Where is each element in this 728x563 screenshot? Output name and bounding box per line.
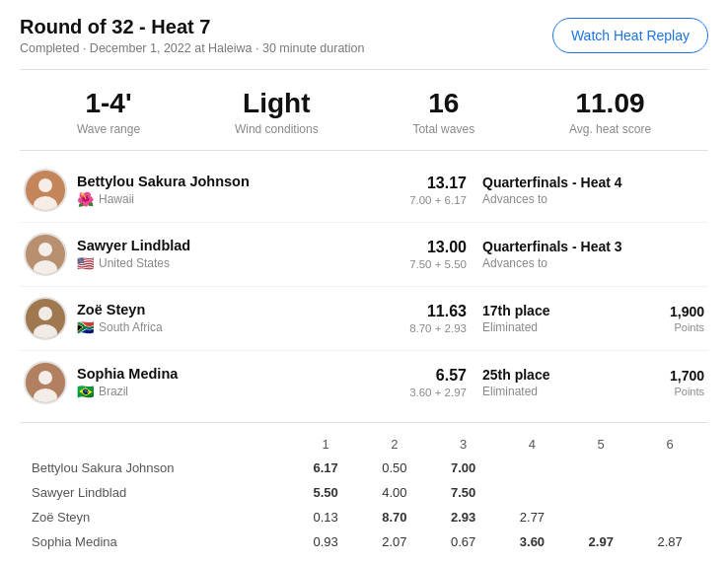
athlete-info: Zoë Steyn 🇿🇦 South Africa [77,302,388,335]
athlete-country: 🌺 Hawaii [77,191,388,207]
wave-score-cell: 2.93 [429,505,498,529]
page-title: Round of 32 - Heat 7 [20,16,365,38]
wave-athlete-name: Bettylou Sakura Johnson [24,456,291,480]
wave-score-cell: 0.50 [360,456,429,480]
points-value: 1,900 [650,304,704,319]
avatar [24,233,67,276]
athlete-result-block: 17th place Eliminated [482,303,650,334]
result-sub: Advances to [482,256,650,270]
wave-score-cell: 2.97 [566,529,635,554]
total-score: 13.17 [388,175,467,192]
wave-table-header: 123456 [24,433,704,456]
avatar [24,169,67,212]
stat-label: Total waves [412,122,474,136]
wave-score-cell [635,456,704,480]
header-subtitle: Completed · December 1, 2022 at Haleiwa … [20,41,365,55]
stat-value: 11.09 [569,88,651,119]
athlete-country: 🇿🇦 South Africa [77,319,388,335]
wave-scores-summary: 8.70 + 2.93 [388,322,467,334]
wave-score-cell [566,456,635,480]
wave-table-row: Bettylou Sakura Johnson6.170.507.00 [24,456,704,480]
athlete-name: Sophia Medina [77,366,388,382]
wave-score-cell: 8.70 [360,505,429,529]
athletes-section: Bettylou Sakura Johnson 🌺 Hawaii 13.17 7… [20,151,708,423]
athlete-row: Sawyer Lindblad 🇺🇸 United States 13.00 7… [20,223,708,287]
flag-icon: 🌺 [77,191,94,207]
points-label: Points [650,321,704,333]
wave-score-cell: 5.50 [291,480,360,505]
stat-label: Wave range [77,122,140,136]
wave-score-cell [635,505,704,529]
wave-score-cell [498,456,567,480]
wave-table-body: Bettylou Sakura Johnson6.170.507.00Sawye… [24,456,704,554]
wave-score-cell: 6.17 [291,456,360,480]
svg-point-1 [38,178,52,192]
wave-table-section: 123456 Bettylou Sakura Johnson6.170.507.… [20,423,708,558]
result-title: Quarterfinals - Heat 3 [482,239,650,254]
stat-label: Avg. heat score [569,122,651,136]
points-block: 1,900 Points [650,304,704,333]
wave-column-header [24,433,291,456]
athlete-name: Bettylou Sakura Johnson [77,174,388,189]
wave-column-header: 5 [566,433,635,456]
wave-score-cell: 7.00 [429,456,498,480]
wave-table-row: Sophia Medina0.932.070.673.602.972.87 [24,529,704,554]
country-name: South Africa [99,320,163,334]
watch-replay-button[interactable]: Watch Heat Replay [552,18,708,53]
athlete-result-block: 25th place Eliminated [482,367,650,398]
stat-label: Wind conditions [235,122,319,136]
flag-icon: 🇿🇦 [77,319,94,335]
points-block: 1,700 Points [650,368,704,397]
wave-athlete-name: Zoë Steyn [24,505,291,529]
athlete-result-block: Quarterfinals - Heat 4 Advances to [482,175,650,206]
wave-score-cell: 0.93 [291,529,360,554]
wave-table-row: Sawyer Lindblad5.504.007.50 [24,480,704,505]
athlete-row: Bettylou Sakura Johnson 🌺 Hawaii 13.17 7… [20,159,708,223]
athlete-name: Sawyer Lindblad [77,238,388,253]
wave-score-cell [635,480,704,505]
wave-score-cell: 2.77 [498,505,567,529]
stat-item: 16 Total waves [412,88,474,136]
wave-scores-summary: 7.00 + 6.17 [388,194,467,206]
svg-point-4 [38,243,52,256]
wave-column-header: 2 [360,433,429,456]
athlete-row: Zoë Steyn 🇿🇦 South Africa 11.63 8.70 + 2… [20,287,708,351]
wave-score-cell: 2.87 [635,529,704,554]
wave-scores-table: 123456 Bettylou Sakura Johnson6.170.507.… [24,433,704,554]
athlete-info: Bettylou Sakura Johnson 🌺 Hawaii [77,174,388,207]
page-header: Round of 32 - Heat 7 Completed · Decembe… [20,16,708,70]
total-score: 11.63 [388,303,467,320]
athlete-name: Zoë Steyn [77,302,388,317]
total-score: 6.57 [388,367,467,385]
avatar [24,361,67,404]
athlete-score-block: 6.57 3.60 + 2.97 [388,367,467,398]
wave-score-cell: 2.07 [360,529,429,554]
svg-point-7 [38,307,52,320]
avatar [24,297,67,340]
result-sub: Eliminated [482,385,650,398]
wave-column-header: 6 [635,433,704,456]
wave-athlete-name: Sophia Medina [24,529,291,554]
stat-item: 11.09 Avg. heat score [569,88,651,136]
wave-scores-summary: 3.60 + 2.97 [388,387,467,398]
athlete-score-block: 13.17 7.00 + 6.17 [388,175,467,206]
wave-score-cell [498,480,567,505]
wave-score-cell: 7.50 [429,480,498,505]
wave-score-cell: 0.67 [429,529,498,554]
wave-column-header: 4 [498,433,567,456]
header-info: Round of 32 - Heat 7 Completed · Decembe… [20,16,365,55]
wave-score-cell: 0.13 [291,505,360,529]
result-title: Quarterfinals - Heat 4 [482,175,650,190]
athlete-score-block: 11.63 8.70 + 2.93 [388,303,467,334]
country-name: Hawaii [99,192,134,206]
wave-score-cell: 3.60 [498,529,567,554]
result-sub: Advances to [482,192,650,206]
stat-item: Light Wind conditions [235,88,319,136]
athlete-info: Sophia Medina 🇧🇷 Brazil [77,366,388,399]
svg-point-10 [38,371,52,385]
stat-value: 16 [412,88,474,119]
wave-score-cell [566,480,635,505]
athlete-country: 🇧🇷 Brazil [77,384,388,399]
stat-value: Light [235,88,319,119]
points-value: 1,700 [650,368,704,384]
